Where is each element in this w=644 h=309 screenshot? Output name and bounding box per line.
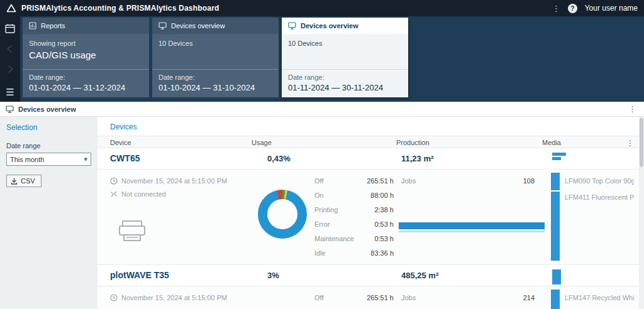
jobs-label: Jobs [401, 294, 416, 301]
devices-overview-panel: Devices overview ⋮ Selection Date range … [0, 102, 644, 309]
date-range-field-label: Date range [6, 142, 91, 149]
column-header-production: Production [396, 139, 430, 146]
device-production: 485,25 m² [401, 271, 438, 280]
last-update-row: November 15, 2024 at 5:15:00 PM [110, 294, 227, 301]
top-app-bar: PRISMAlytics Accounting & PRISMAlytics D… [0, 0, 644, 16]
nav-forward-icon[interactable] [5, 65, 15, 73]
state-row-off: Off 265:51 h [314, 290, 394, 305]
date-range-label: Date range: [158, 73, 272, 81]
chevron-down-icon: ▾ [84, 155, 87, 163]
card-devices-prev-title: Devices overview [171, 22, 225, 30]
vertical-scrollbar[interactable] [639, 117, 644, 309]
media-labels: LFM147 Recycled Whit… [565, 291, 634, 308]
dashboard-tabs-zone: ☰ Reports Showing report CAD/GIS usage D… [0, 16, 644, 102]
table-row-plotwave-t35[interactable]: plotWAVE T35 3% 485,25 m² [97, 265, 639, 286]
card-reports-date-range: Date range: 01-01-2024 — 31-12-2024 [23, 69, 149, 97]
app-logo-icon [6, 4, 16, 13]
device-detail-plotwave-t35: November 15, 2024 at 5:15:00 PM Off 265:… [97, 286, 639, 309]
date-range-value: 01-01-2024 — 31-12-2024 [29, 83, 143, 92]
devices-section-title: Devices [97, 117, 639, 136]
date-range-value: 01-11-2024 — 30-11-2024 [288, 83, 402, 92]
state-label: Off [314, 177, 323, 185]
export-csv-button[interactable]: CSV [6, 175, 42, 187]
device-detail-cwt65: November 15, 2024 at 5:15:00 PM Not conn… [97, 170, 639, 265]
selection-title: Selection [6, 123, 91, 132]
date-range-label: Date range: [29, 73, 143, 81]
card-devices-current-title: Devices overview [301, 22, 358, 30]
card-devices-prev-date-range: Date range: 01-10-2024 — 31-10-2024 [152, 69, 279, 97]
state-list: Off 265:51 h [314, 290, 394, 305]
last-update-timestamp: November 15, 2024 at 5:15:00 PM [121, 294, 227, 301]
app-title: PRISMAlytics Accounting & PRISMAlytics D… [21, 4, 219, 13]
card-devices-current-count: 10 Devices [288, 40, 402, 47]
selection-sidebar: Selection Date range This month ▾ CSV [0, 117, 97, 309]
last-update-timestamp: November 15, 2024 at 5:15:00 PM [121, 177, 227, 185]
panel-overflow-menu-icon[interactable]: ⋮ [626, 104, 638, 114]
card-devices-current-body: 10 Devices [282, 34, 408, 69]
printer-icon [118, 220, 147, 242]
device-name: plotWAVE T35 [110, 270, 169, 280]
card-reports-report-name: CAD/GIS usage [29, 50, 143, 60]
date-range-selected-value: This month [10, 156, 84, 163]
state-value: 83:36 h [370, 249, 394, 257]
card-reports-subtitle: Showing report [29, 40, 143, 47]
topbar-overflow-menu-icon[interactable]: ⋮ [550, 4, 563, 13]
column-header-media: Media [542, 139, 561, 146]
state-label: On [314, 192, 324, 199]
jobs-label: Jobs [401, 177, 416, 185]
state-label: Maintenance [314, 235, 354, 242]
card-devices-overview-prev[interactable]: Devices overview 10 Devices Date range: … [152, 18, 279, 97]
card-devices-prev-body: 10 Devices [152, 34, 279, 69]
state-label: Error [314, 220, 330, 228]
date-range-value: 01-10-2024 — 31-10-2024 [158, 83, 272, 92]
table-row-cwt65[interactable]: CWT65 0,43% 11,23 m² [97, 148, 639, 170]
media-usage-bar [551, 290, 560, 309]
card-reports[interactable]: Reports Showing report CAD/GIS usage Dat… [23, 18, 149, 97]
devices-table-area: Devices Device Usage Production Media ⋮ … [97, 117, 639, 309]
connection-status-text: Not connected [121, 190, 166, 198]
column-header-usage: Usage [252, 139, 272, 146]
state-label: Printing [314, 206, 338, 214]
device-production: 11,23 m² [401, 154, 433, 163]
date-range-label: Date range: [288, 73, 402, 81]
panel-title: Devices overview [18, 106, 76, 113]
media-label: LFM090 Top Color 90g… [565, 175, 634, 191]
report-cards: Reports Showing report CAD/GIS usage Dat… [23, 18, 408, 97]
card-reports-title: Reports [41, 22, 65, 30]
state-donut-chart [258, 190, 307, 239]
state-row-error: Error 0:53 h [314, 217, 394, 231]
clock-icon [110, 177, 118, 185]
device-usage: 3% [267, 271, 279, 280]
report-icon [29, 22, 36, 30]
state-list: Off 265:51 h On 88:00 h Printing 2:38 h … [314, 173, 394, 260]
column-header-device: Device [110, 139, 131, 146]
nav-back-icon[interactable] [5, 45, 15, 53]
device-name: CWT65 [110, 153, 140, 163]
jobs-row: Jobs 108 [401, 177, 535, 185]
card-devices-prev-count: 10 Devices [158, 40, 272, 47]
help-icon[interactable]: ? [568, 4, 577, 13]
last-update-row: November 15, 2024 at 5:15:00 PM [110, 177, 227, 185]
table-overflow-menu-icon[interactable]: ⋮ [626, 139, 634, 148]
scrollbar-thumb[interactable] [640, 118, 643, 167]
state-value: 0:53 h [374, 220, 394, 228]
media-mini-chart [552, 153, 566, 161]
clock-icon [110, 294, 118, 301]
media-label: LFM411 Fluorescent Pa… [565, 191, 634, 207]
device-usage: 0,43% [267, 154, 291, 163]
card-reports-header: Reports [23, 18, 149, 34]
calendar-icon[interactable] [5, 24, 15, 33]
media-usage-bar [551, 173, 560, 261]
monitor-icon [288, 22, 296, 30]
state-value: 0:53 h [374, 235, 394, 242]
card-devices-current-header: Devices overview [282, 18, 408, 34]
state-row-off: Off 265:51 h [314, 173, 394, 188]
jobs-value: 108 [523, 177, 535, 185]
card-devices-overview-current[interactable]: Devices overview 10 Devices Date range: … [282, 18, 408, 97]
not-connected-icon [110, 190, 118, 198]
user-name[interactable]: Your user name [585, 4, 638, 13]
hamburger-menu-icon[interactable]: ☰ [6, 87, 14, 98]
date-range-select[interactable]: This month ▾ [6, 153, 91, 166]
production-bar [399, 222, 545, 229]
state-label: Idle [314, 249, 326, 257]
